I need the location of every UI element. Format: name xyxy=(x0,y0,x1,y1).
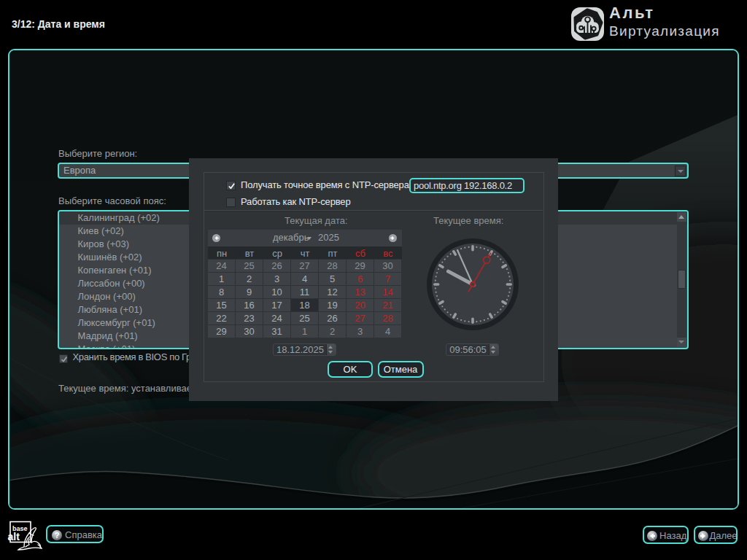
svg-text:alt: alt xyxy=(8,531,20,542)
